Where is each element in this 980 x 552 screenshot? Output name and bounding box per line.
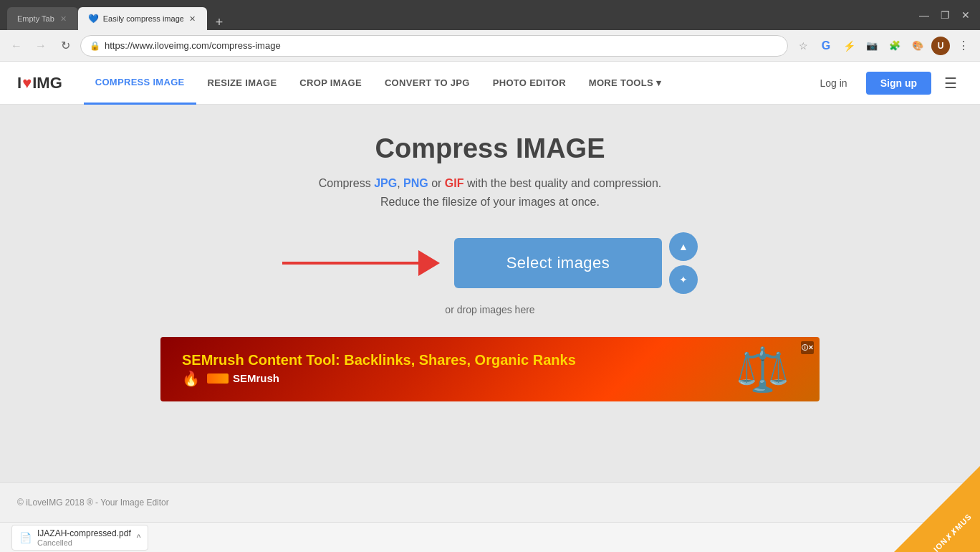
menu-icon[interactable]: ⋮ [954,37,973,55]
pdf-icon: 📄 [19,532,32,543]
tab-favicon: 💙 [88,14,99,24]
subtitle-comma1: , [397,177,403,189]
ad-title-before: SEMrush Content Tool: [182,352,344,368]
extension-camera-icon[interactable]: 📷 [863,37,881,55]
logo-i: I [17,74,21,92]
subtitle-png: PNG [403,177,428,189]
signup-button[interactable]: Sign up [866,72,931,95]
tab-active-close-icon[interactable]: ✕ [188,14,197,24]
google-drive-upload-button[interactable]: ▲ [669,232,698,261]
select-images-button[interactable]: Select images [454,238,662,288]
nav-more-tools[interactable]: MORE TOOLS ▾ [577,62,673,105]
drop-zone-text: or drop images here [445,304,534,315]
logo-heart-icon: ♥ [22,74,32,92]
site-header: I ♥ IMG COMPRESS IMAGE RESIZE IMAGE CROP… [0,62,980,105]
site-logo[interactable]: I ♥ IMG [17,74,62,92]
tab-label: Empty Tab [17,14,54,23]
subtitle-line2: Reduce the filesize of your images at on… [380,196,600,208]
dropbox-upload-button[interactable]: ✦ [669,265,698,294]
semrush-logo-icon [207,373,229,384]
site-footer: © iLoveIMG 2018 ® - Your Image Editor [0,482,980,522]
ad-text-area: SEMrush Content Tool: Backlinks, Shares,… [182,352,719,387]
nav-resize-image[interactable]: RESIZE IMAGE [196,62,289,105]
back-button[interactable]: ← [7,37,26,55]
extension-lightning-icon[interactable]: ⚡ [840,37,858,55]
scales-icon: ⚖️ [736,344,789,395]
semrush-flame-icon: 🔥 [182,370,200,387]
ad-title: SEMrush Content Tool: Backlinks, Shares,… [182,352,719,368]
tab-close-icon[interactable]: ✕ [59,14,68,24]
semrush-text: SEMrush [233,372,279,384]
subtitle-gif: GIF [445,177,464,189]
extension-puzzle-icon[interactable]: 🧩 [885,37,904,55]
subtitle-jpg: JPG [374,177,397,189]
upload-area: Select images ▲ ✦ [282,232,698,294]
download-chevron-icon[interactable]: ^ [137,533,141,543]
extension-google-icon[interactable]: G [817,37,835,55]
nav-compress-image[interactable]: COMPRESS IMAGE [84,62,196,105]
avatar[interactable]: U [931,37,950,55]
url-text: https://www.iloveimg.com/compress-image [105,40,779,51]
ad-banner: SEMrush Content Tool: Backlinks, Shares,… [160,337,820,401]
tab-bar: Empty Tab ✕ 💙 Easily compress images at … [7,0,911,30]
close-window-button[interactable]: ✕ [959,8,973,22]
ad-subtitle: 🔥 SEMrush [182,370,719,387]
login-button[interactable]: Log in [809,72,859,95]
hamburger-menu-icon[interactable]: ☰ [938,72,963,95]
forward-button[interactable]: → [32,37,50,55]
main-content: Compress IMAGE Compress JPG, PNG or GIF … [0,105,980,482]
watermark-text: ION✗✗MUS [932,512,974,552]
maximize-button[interactable]: ❐ [938,8,953,22]
page-title: Compress IMAGE [375,133,605,164]
download-item: 📄 IJAZAH-compressed.pdf Cancelled ^ [11,525,148,551]
bookmark-icon[interactable]: ☆ [794,37,812,55]
tab-inactive[interactable]: Empty Tab ✕ [7,7,78,30]
lock-icon: 🔒 [90,41,100,51]
upload-icons: ▲ ✦ [669,232,698,294]
ad-close-button[interactable]: ⓘ✕ [801,341,814,354]
download-status: Cancelled [37,538,131,547]
nav-photo-editor[interactable]: PHOTO EDITOR [481,62,577,105]
google-drive-icon: ▲ [678,241,688,252]
download-filename: IJAZAH-compressed.pdf [37,528,131,538]
refresh-button[interactable]: ↻ [56,37,75,55]
arrow-head-icon [418,250,440,276]
tab-active-label: Easily compress images at optim... [103,14,183,23]
url-bar[interactable]: 🔒 https://www.iloveimg.com/compress-imag… [80,35,788,57]
download-bar: 📄 IJAZAH-compressed.pdf Cancelled ^ [0,522,980,552]
copyright-text: © iLoveIMG 2018 ® - Your Image Editor [17,498,169,508]
window-controls: — ❐ ✕ [916,8,973,22]
browser-chrome: Empty Tab ✕ 💙 Easily compress images at … [0,0,980,30]
extension-color-icon[interactable]: 🎨 [908,37,927,55]
logo-img: IMG [32,74,62,92]
header-actions: Log in Sign up ☰ [809,72,963,95]
subtitle-or: or [428,177,445,189]
ad-image-area: ⚖️ [719,341,805,398]
address-bar: ← → ↻ 🔒 https://www.iloveimg.com/compres… [0,30,980,62]
ad-close-icon: ⓘ✕ [802,343,814,353]
nav-crop-image[interactable]: CROP IMAGE [288,62,373,105]
ad-title-highlight: Backlinks, Shares, Organic Ranks [344,352,576,368]
tab-active[interactable]: 💙 Easily compress images at optim... ✕ [78,7,207,30]
subtitle-before: Compress [319,177,374,189]
dropbox-icon: ✦ [679,274,688,285]
download-info: IJAZAH-compressed.pdf Cancelled [37,528,131,547]
nav-links: COMPRESS IMAGE RESIZE IMAGE CROP IMAGE C… [84,62,809,105]
arrow-line [282,262,418,265]
minimize-button[interactable]: — [916,8,932,22]
toolbar-icons: ☆ G ⚡ 📷 🧩 🎨 U ⋮ [794,37,973,55]
page-subtitle: Compress JPG, PNG or GIF with the best q… [319,174,661,211]
new-tab-button[interactable]: + [210,15,229,30]
nav-convert-to-jpg[interactable]: CONVERT TO JPG [373,62,481,105]
subtitle-after: with the best quality and compression. [464,177,662,189]
